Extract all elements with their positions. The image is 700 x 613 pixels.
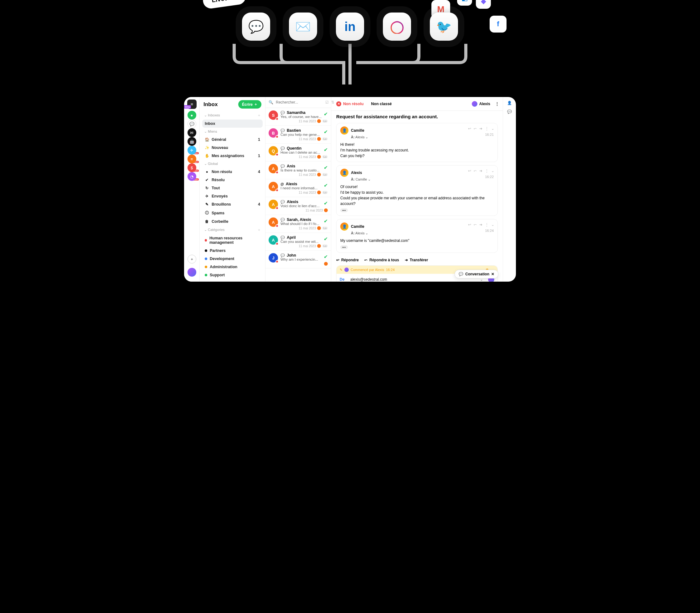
compose-button[interactable]: Écrire ＋	[238, 100, 262, 108]
channel-twitter[interactable]: 🐦	[430, 13, 458, 41]
conversation-item[interactable]: A💬AnisIs there a way to custo...11 mai 2…	[266, 161, 331, 179]
search-input[interactable]	[276, 100, 323, 105]
conversation-item[interactable]: S💬SamanthaYes, of course, we have...11 m…	[266, 108, 331, 126]
tab-unclassified[interactable]: Non classé	[370, 102, 393, 106]
tabs-row: ✕Non résolu Non classé Alexis ⋮	[331, 97, 503, 111]
group-header[interactable]: ⌄ Global	[202, 160, 263, 168]
chevron-down-icon[interactable]: ⌄	[491, 222, 494, 227]
sidebar-title: Inbox	[203, 101, 218, 108]
group-header[interactable]: ⌄ Miens	[202, 128, 263, 135]
chevron-down-icon[interactable]: ⌄	[491, 127, 494, 131]
sidebar-item[interactable]: ✨Nouveau	[202, 144, 263, 152]
more-icon[interactable]: ⋮	[485, 169, 489, 173]
mini-avatar-icon	[317, 191, 321, 194]
count-badge: 4	[258, 170, 260, 174]
plus-icon[interactable]: ＋	[257, 227, 261, 232]
iconbar-user-avatar[interactable]	[188, 268, 196, 277]
group-header[interactable]: ⌄ Catégories＋	[202, 226, 263, 234]
sidebar-item[interactable]: Partners	[202, 247, 263, 255]
message-from: Camille	[351, 224, 365, 229]
chevron-down-icon[interactable]: ⌄	[365, 231, 368, 235]
sidebar-item-label: Inbox	[205, 121, 215, 126]
conversation-item[interactable]: Q💬QuentinHow can I delete an ac...11 mai…	[266, 144, 331, 161]
thread-owner[interactable]: Alexis	[472, 101, 490, 107]
close-icon[interactable]: ✕	[491, 272, 494, 276]
reply-all-icon: ⤺	[365, 258, 368, 262]
sidebar-item[interactable]: Support	[202, 271, 263, 279]
reply-all-button[interactable]: ⤺Répondre à tous	[365, 258, 399, 262]
iconbar-dot[interactable]: ●	[188, 111, 196, 119]
check-icon: ✔	[324, 111, 328, 117]
iconbar-add[interactable]: ＋	[188, 255, 196, 263]
chat-icon: 💬	[280, 111, 285, 115]
chat-icon[interactable]: 💬	[507, 109, 512, 114]
more-icon[interactable]: ⋮	[495, 102, 499, 106]
sidebar-item[interactable]: 🗑Corbeille	[202, 218, 263, 226]
sidebar-item[interactable]: ✎Brouillons4	[202, 200, 263, 208]
conversation-item[interactable]: A💬AprilCan you assist me wit...11 mai 20…	[266, 233, 331, 251]
reply-all-icon[interactable]: ⤺	[474, 127, 477, 131]
conversation-item[interactable]: A💬Sarah, AlexisWhat should I do if I fo.…	[266, 215, 331, 233]
conv-preview: Can you help me gene...	[280, 133, 328, 136]
group-header[interactable]: ⌄ Inboxes＋	[202, 111, 263, 119]
iconbar-dot[interactable]: 🤖	[188, 137, 196, 146]
more-icon[interactable]: ⋮	[485, 127, 489, 131]
forward-button[interactable]: ➜Transférer	[405, 258, 428, 262]
reply-button[interactable]: ↩Répondre	[336, 258, 359, 262]
sidebar-item[interactable]: ✈Envoyés	[202, 192, 263, 200]
iconbar-dot[interactable]: $	[188, 164, 196, 172]
sidebar-item[interactable]: ✔Résolu	[202, 176, 263, 184]
channel-instagram[interactable]: ◯	[383, 13, 411, 41]
sidebar-item[interactable]: Inbox	[202, 119, 263, 128]
sidebar-item[interactable]: ↻Tout	[202, 184, 263, 192]
sidebar-item[interactable]: Extremely important	[202, 279, 263, 282]
plus-icon[interactable]: ＋	[257, 113, 261, 118]
nav-icon: ✈	[205, 194, 209, 198]
avatar: 👤	[340, 127, 348, 134]
reply-all-icon[interactable]: ⤺	[474, 169, 477, 173]
reply-icon[interactable]: ↩	[468, 222, 471, 227]
chevron-down-icon[interactable]: ⌄	[365, 135, 368, 139]
sidebar-item[interactable]: Development	[202, 255, 263, 263]
reply-icon[interactable]: ↩	[468, 127, 471, 131]
more-icon[interactable]: ⋮	[485, 222, 489, 227]
sidebar-item[interactable]: Human resources management	[202, 234, 263, 247]
channel-chat[interactable]: 💬	[242, 13, 270, 41]
tab-unresolved[interactable]: ✕Non résolu	[335, 101, 365, 106]
conversation-item[interactable]: J💬JohnWhy am I experiencin...✔	[266, 251, 331, 269]
iconbar-dot[interactable]: ◔	[188, 172, 196, 181]
count-badge: 4	[258, 202, 260, 207]
sidebar-item[interactable]: ●Non résolu4	[202, 168, 263, 176]
instagram-icon: ◯	[390, 19, 404, 34]
forward-icon[interactable]: ➜	[479, 169, 482, 173]
reply-icon[interactable]: ↩	[468, 169, 471, 173]
sidebar-item[interactable]: ✋Mes assignations1	[202, 152, 263, 160]
forward-icon[interactable]: ➜	[479, 222, 482, 227]
sidebar-item-label: Mes assignations	[212, 154, 244, 158]
chat-icon: 💬	[248, 19, 264, 34]
sidebar-item[interactable]: ⓘSpams	[202, 208, 263, 218]
chevron-down-icon[interactable]: ⌄	[368, 178, 371, 181]
iconbar-dot[interactable]: ≡	[188, 155, 196, 164]
forward-icon[interactable]: ➜	[479, 127, 482, 131]
avatar	[344, 268, 349, 272]
reply-all-icon[interactable]: ⤺	[474, 222, 477, 227]
sidebar-item[interactable]: Administration	[202, 263, 263, 271]
iconbar-dot[interactable]: 💬	[188, 119, 196, 128]
chevron-down-icon[interactable]: ⌄	[491, 169, 494, 173]
user-icon[interactable]: 👤	[507, 101, 512, 105]
ellipsis-icon[interactable]: •••	[340, 208, 348, 212]
channel-mail[interactable]: ✉️	[289, 13, 317, 41]
conversation-item[interactable]: B💬BastienCan you help me gene...11 mai 2…	[266, 126, 331, 144]
conversation-item[interactable]: A@AlexisI need more informati...11 mai 2…	[266, 179, 331, 197]
sidebar-item[interactable]: 🏠Général1	[202, 135, 263, 144]
conversation-fab[interactable]: 💬 Conversation ✕	[455, 270, 498, 278]
select-icon[interactable]: ☑	[325, 100, 329, 105]
conversation-item[interactable]: A💬AlexisVoici donc le lien d'acc...11 ma…	[266, 197, 331, 215]
ellipsis-icon[interactable]: •••	[340, 245, 348, 249]
iconbar-dot[interactable]: ✉	[188, 128, 196, 137]
iconbar-dot[interactable]: ✈	[188, 146, 196, 155]
channel-linkedin[interactable]: in	[336, 13, 364, 41]
close-icon: ✕	[336, 101, 341, 106]
mini-avatar-icon	[317, 119, 321, 123]
